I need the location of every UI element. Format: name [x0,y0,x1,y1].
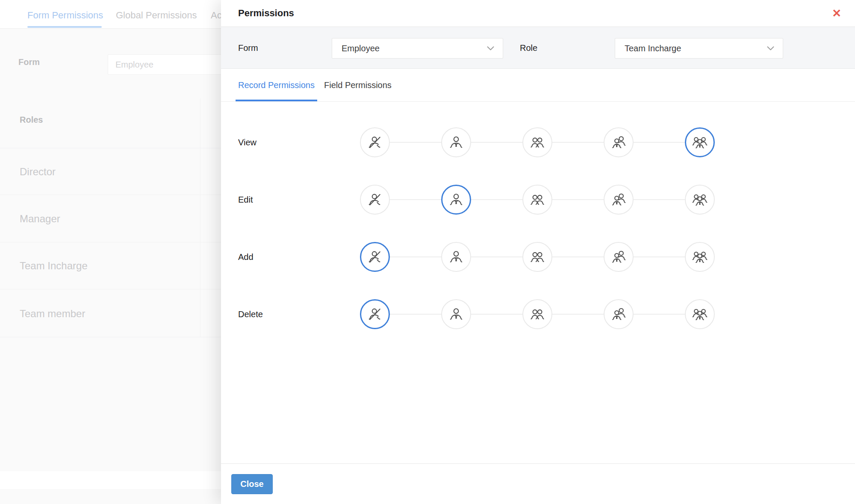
permission-track [360,185,715,215]
permission-row: Edit [221,171,855,228]
row-divider [0,289,221,289]
user-icon [448,134,464,150]
user-peer-icon [610,249,627,265]
two-users-icon [529,134,545,150]
user-icon [448,192,464,208]
row-divider [0,148,221,148]
two-users-icon [529,306,545,322]
permission-option-user-only[interactable] [441,127,471,157]
permission-option-everyone[interactable] [685,242,715,272]
user-icon [448,249,464,265]
role-select-value: Team Incharge [625,44,681,53]
user-peer-icon [610,306,627,322]
permission-rows: View Edit Add Delete [221,114,855,343]
user-slash-icon [367,249,383,265]
tab-form-permissions[interactable]: Form Permissions [27,10,103,21]
permission-row: Delete [221,286,855,343]
form-field-label: Form [238,43,258,53]
selector-band: Form Employee Role Team Incharge [221,27,855,69]
form-select[interactable]: Employee [332,38,503,59]
column-divider [200,98,200,337]
dialog-footer: Close [221,463,855,504]
chevron-down-icon [767,46,774,51]
list-item-director[interactable]: Director [20,166,56,178]
user-peer-icon [610,134,627,150]
permission-option-no-access[interactable] [360,127,390,157]
permission-row: Add [221,228,855,286]
tab-field-permissions[interactable]: Field Permissions [321,69,394,101]
user-slash-icon [367,306,383,322]
permission-option-two-users[interactable] [522,299,552,329]
row-divider [0,242,221,242]
permission-option-user-and-peer[interactable] [604,299,634,329]
permission-row-label: Delete [238,309,263,319]
list-item-team-incharge[interactable]: Team Incharge [20,260,88,272]
permission-row-label: Edit [238,195,253,205]
permission-option-two-users[interactable] [522,127,552,157]
user-icon [448,306,464,322]
permission-option-two-users[interactable] [522,185,552,215]
permission-track [360,242,715,272]
permission-option-everyone[interactable] [685,185,715,215]
permission-option-user-only[interactable] [441,185,471,215]
group-icon [692,306,708,322]
active-tab-underline [27,26,102,28]
permission-row-label: Add [238,252,254,262]
group-icon [692,134,708,150]
permission-option-user-and-peer[interactable] [604,185,634,215]
permission-option-user-only[interactable] [441,242,471,272]
background-form-input-value: Employee [115,60,153,70]
tab-record-permissions[interactable]: Record Permissions [236,69,317,101]
permission-option-two-users[interactable] [522,242,552,272]
permission-option-user-and-peer[interactable] [604,242,634,272]
permission-option-no-access[interactable] [360,185,390,215]
role-field-label: Role [520,43,537,53]
permission-option-no-access[interactable] [360,299,390,329]
background-footer-row [0,471,221,489]
chevron-down-icon [487,46,494,51]
row-divider [0,337,221,337]
list-item-team-member[interactable]: Team member [20,308,85,320]
list-item-manager[interactable]: Manager [20,213,60,225]
group-icon [692,192,708,208]
roles-column-header: Roles [20,115,43,125]
two-users-icon [529,192,545,208]
tab-truncated[interactable]: Ac [211,10,222,21]
close-icon[interactable]: ✕ [832,8,841,19]
form-select-value: Employee [342,44,380,53]
permission-track [360,127,715,157]
permission-row-label: View [238,138,256,147]
permission-option-user-and-peer[interactable] [604,127,634,157]
group-icon [692,249,708,265]
permissions-dialog: Permissions ✕ Form Employee Role Team In… [221,0,855,504]
dialog-title: Permissions [238,8,294,19]
user-slash-icon [367,192,383,208]
permission-option-everyone[interactable] [685,127,715,157]
permission-row: View [221,114,855,171]
dialog-tab-bar: Record Permissions Field Permissions [221,69,855,102]
role-select[interactable]: Team Incharge [615,38,783,59]
row-divider [0,195,221,195]
two-users-icon [529,249,545,265]
background-form-label: Form [18,57,40,67]
dialog-header: Permissions ✕ [221,0,855,27]
user-peer-icon [610,192,627,208]
permission-option-everyone[interactable] [685,299,715,329]
permission-option-no-access[interactable] [360,242,390,272]
permission-track [360,299,715,329]
user-slash-icon [367,134,383,150]
tab-global-permissions[interactable]: Global Permissions [116,10,197,21]
background-form-input[interactable]: Employee [108,54,223,75]
close-button[interactable]: Close [231,474,273,494]
permission-option-user-only[interactable] [441,299,471,329]
